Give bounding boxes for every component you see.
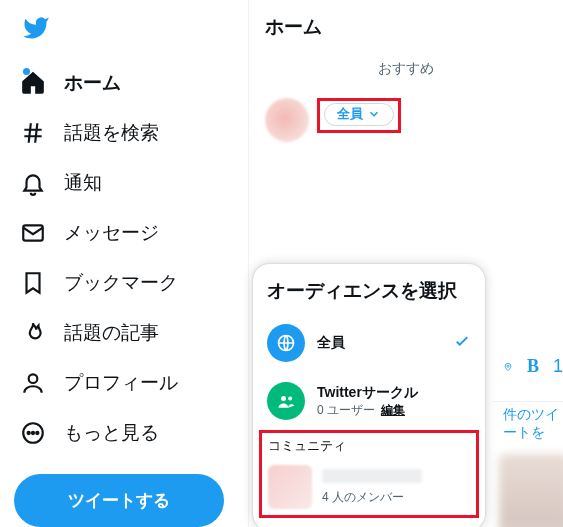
nav-messages[interactable]: メッセージ <box>8 208 240 258</box>
edit-circle-link[interactable]: 編集 <box>381 402 405 419</box>
bold-icon[interactable]: B <box>527 356 539 377</box>
check-icon <box>453 332 471 354</box>
home-icon <box>20 70 46 96</box>
background-hints: B 1 件のツイートを <box>493 352 563 527</box>
community-thumbnail <box>268 465 312 509</box>
more-icon <box>20 420 46 446</box>
sidebar: ホーム 話題を検索 通知 メッセージ ブックマーク <box>0 0 248 527</box>
bell-icon <box>20 170 46 196</box>
audience-selector-label: 全員 <box>337 105 363 123</box>
option-label: Twitterサークル <box>317 384 418 402</box>
hash-icon <box>20 120 46 146</box>
nav-explore[interactable]: 話題を検索 <box>8 108 240 158</box>
svg-point-8 <box>281 396 286 401</box>
popover-title: オーディエンスを選択 <box>253 278 485 314</box>
option-label: 全員 <box>317 334 345 352</box>
nav-home[interactable]: ホーム <box>8 58 240 108</box>
nav-more[interactable]: もっと見る <box>8 408 240 458</box>
nav-label: ブックマーク <box>64 270 178 296</box>
audience-option-circle[interactable]: Twitterサークル 0 ユーザー 編集 <box>253 372 485 430</box>
nav-label: ホーム <box>64 70 121 96</box>
svg-point-3 <box>28 432 30 434</box>
circle-count: 0 ユーザー <box>317 402 375 419</box>
mail-icon <box>20 220 46 246</box>
avatar[interactable] <box>265 98 309 142</box>
person-icon <box>20 370 46 396</box>
highlight-community-section: コミュニティ 4 人のメンバー <box>259 430 479 518</box>
audience-option-everyone[interactable]: 全員 <box>253 314 485 372</box>
community-option[interactable]: 4 人のメンバー <box>266 459 472 511</box>
people-icon <box>267 382 305 420</box>
nav-notifications[interactable]: 通知 <box>8 158 240 208</box>
nav-label: 通知 <box>64 170 102 196</box>
svg-point-9 <box>288 397 292 401</box>
audience-selector-button[interactable]: 全員 <box>324 103 394 126</box>
flame-icon <box>20 320 46 346</box>
svg-point-6 <box>507 365 509 367</box>
nav-topics[interactable]: 話題の記事 <box>8 308 240 358</box>
nav-bookmarks[interactable]: ブックマーク <box>8 258 240 308</box>
page-title: ホーム <box>249 0 563 46</box>
nav-label: 話題を検索 <box>64 120 159 146</box>
nav-label: プロフィール <box>64 370 178 396</box>
bird-icon <box>22 14 50 42</box>
twitter-logo[interactable] <box>8 4 240 58</box>
svg-point-1 <box>29 374 38 383</box>
community-name-blurred <box>322 469 422 483</box>
tab-recommend[interactable]: おすすめ <box>249 46 563 94</box>
blurred-media <box>499 454 563 527</box>
nav-label: もっと見る <box>64 420 159 446</box>
chevron-down-icon <box>367 107 381 121</box>
audience-popover: オーディエンスを選択 全員 <box>253 264 485 527</box>
show-tweets-link[interactable]: 件のツイートを <box>493 402 563 442</box>
community-members: 4 人のメンバー <box>322 489 422 506</box>
one-icon[interactable]: 1 <box>553 356 563 377</box>
globe-icon <box>267 324 305 362</box>
bookmark-icon <box>20 270 46 296</box>
location-icon[interactable] <box>503 358 513 376</box>
tweet-button[interactable]: ツイートする <box>14 474 224 527</box>
compose-row: 全員 <box>249 94 563 142</box>
nav-profile[interactable]: プロフィール <box>8 358 240 408</box>
main-column: ホーム おすすめ 全員 B 1 件のツイートを <box>248 0 563 527</box>
svg-point-5 <box>36 432 38 434</box>
svg-point-4 <box>32 432 34 434</box>
highlight-audience-pill: 全員 <box>317 98 401 133</box>
nav-label: 話題の記事 <box>64 320 159 346</box>
nav-label: メッセージ <box>64 220 159 246</box>
community-section-label: コミュニティ <box>266 435 472 459</box>
